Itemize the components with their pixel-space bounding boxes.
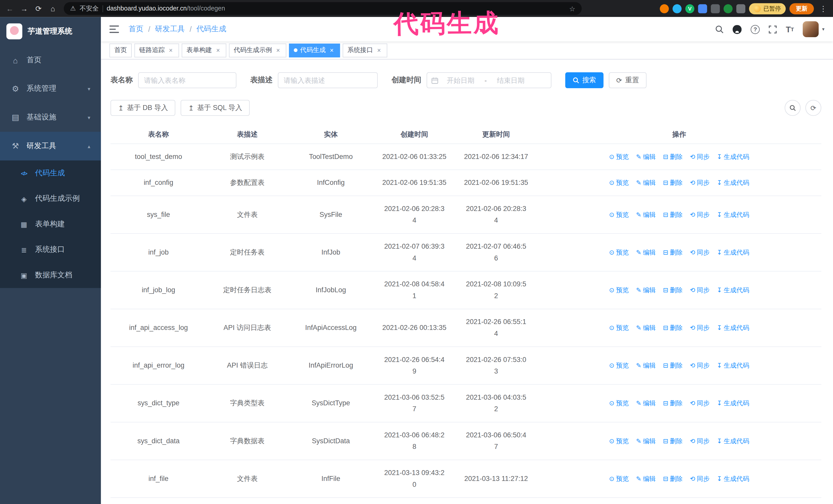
table-desc-input[interactable] [278,72,378,88]
extension-icon[interactable] [672,4,682,13]
edit-link[interactable]: ✎编辑 [636,322,656,334]
import-sql-button[interactable]: ↥ 基于 SQL 导入 [181,100,249,116]
generate-code-link[interactable]: ↧生成代码 [717,360,749,371]
profile-sync-paused-chip[interactable]: 已暂停 [749,3,786,14]
tab-codegen-example[interactable]: 代码生成示例 × [229,43,286,57]
delete-link[interactable]: ⊟删除 [663,151,683,163]
preview-link[interactable]: ⊙预览 [609,284,629,296]
browser-update-button[interactable]: 更新 [789,3,814,14]
edit-link[interactable]: ✎编辑 [636,209,656,221]
forward-icon[interactable]: → [19,4,30,13]
sidebar-item-codegen-example[interactable]: ◈ 代码生成示例 [0,186,101,211]
generate-code-link[interactable]: ↧生成代码 [717,322,749,334]
delete-link[interactable]: ⊟删除 [663,177,683,189]
extension-icon[interactable] [660,4,669,13]
sync-link[interactable]: ⟲同步 [690,284,710,296]
sidebar-item-codegen[interactable]: </> 代码生成 [0,161,101,186]
start-date-input[interactable] [439,76,482,84]
app-logo[interactable]: 芋道管理系统 [0,17,101,46]
preview-link[interactable]: ⊙预览 [609,435,629,447]
edit-link[interactable]: ✎编辑 [636,360,656,371]
preview-link[interactable]: ⊙预览 [609,398,629,409]
sidebar-item-api[interactable]: ≣ 系统接口 [0,237,101,262]
generate-code-link[interactable]: ↧生成代码 [717,209,749,221]
tab-close-icon[interactable]: × [215,47,221,54]
extension-icon[interactable] [723,4,733,13]
sidebar-item-home[interactable]: ⌂ 首页 [0,46,101,74]
extension-icon[interactable] [698,4,707,13]
delete-link[interactable]: ⊟删除 [663,209,683,221]
fullscreen-icon[interactable] [769,25,777,33]
browser-menu-icon[interactable]: ⋮ [818,4,829,13]
delete-link[interactable]: ⊟删除 [663,284,683,296]
sync-link[interactable]: ⟲同步 [690,209,710,221]
hamburger-icon[interactable] [110,25,119,33]
delete-link[interactable]: ⊟删除 [663,435,683,447]
sync-link[interactable]: ⟲同步 [690,247,710,258]
generate-code-link[interactable]: ↧生成代码 [717,473,749,485]
search-icon[interactable] [715,25,723,33]
tab-close-icon[interactable]: × [328,47,335,54]
preview-link[interactable]: ⊙预览 [609,209,629,221]
search-button[interactable]: 搜索 [565,72,603,88]
generate-code-link[interactable]: ↧生成代码 [717,398,749,409]
help-icon[interactable]: ? [751,25,760,33]
edit-link[interactable]: ✎编辑 [636,247,656,258]
sync-link[interactable]: ⟲同步 [690,398,710,409]
breadcrumb-home[interactable]: 首页 [129,24,144,34]
reload-icon[interactable]: ⟳ [33,4,44,13]
tab-codegen[interactable]: 代码生成 × [289,43,340,57]
sync-link[interactable]: ⟲同步 [690,435,710,447]
tab-close-icon[interactable]: × [376,47,382,54]
edit-link[interactable]: ✎编辑 [636,435,656,447]
sidebar-item-form-builder[interactable]: ▦ 表单构建 [0,212,101,237]
generate-code-link[interactable]: ↧生成代码 [717,151,749,163]
preview-link[interactable]: ⊙预览 [609,473,629,485]
generate-code-link[interactable]: ↧生成代码 [717,284,749,296]
sync-link[interactable]: ⟲同步 [690,177,710,189]
date-range-picker[interactable]: - [427,72,551,88]
delete-link[interactable]: ⊟删除 [663,473,683,485]
tab-tracing[interactable]: 链路追踪 × [134,43,179,57]
edit-link[interactable]: ✎编辑 [636,284,656,296]
edit-link[interactable]: ✎编辑 [636,151,656,163]
delete-link[interactable]: ⊟删除 [663,360,683,371]
tab-api[interactable]: 系统接口 × [343,43,387,57]
sidebar-item-system[interactable]: ⚙ 系统管理 ▾ [0,74,101,103]
sync-link[interactable]: ⟲同步 [690,473,710,485]
toggle-search-button[interactable] [785,100,801,116]
address-bar[interactable]: ⚠ 不安全 dashboard.yudao.iocoder.cn/tool/co… [64,2,582,15]
breadcrumb-devtools[interactable]: 研发工具 [155,24,185,34]
preview-link[interactable]: ⊙预览 [609,360,629,371]
end-date-input[interactable] [490,76,532,84]
security-warning-icon[interactable]: ⚠ [70,5,76,12]
font-size-icon[interactable]: TT [786,25,794,33]
generate-code-link[interactable]: ↧生成代码 [717,177,749,189]
delete-link[interactable]: ⊟删除 [663,322,683,334]
preview-link[interactable]: ⊙预览 [609,177,629,189]
sidebar-item-db-doc[interactable]: ▣ 数据库文档 [0,263,101,288]
preview-link[interactable]: ⊙预览 [609,322,629,334]
delete-link[interactable]: ⊟删除 [663,247,683,258]
generate-code-link[interactable]: ↧生成代码 [717,247,749,258]
import-db-button[interactable]: ↥ 基于 DB 导入 [111,100,175,116]
bookmark-star-icon[interactable]: ☆ [569,5,575,13]
user-menu[interactable]: ▾ [803,21,825,37]
github-icon[interactable] [733,25,742,33]
sync-link[interactable]: ⟲同步 [690,360,710,371]
delete-link[interactable]: ⊟删除 [663,398,683,409]
browser-home-icon[interactable]: ⌂ [47,4,58,13]
tab-close-icon[interactable]: × [275,47,282,54]
edit-link[interactable]: ✎编辑 [636,177,656,189]
sync-link[interactable]: ⟲同步 [690,151,710,163]
preview-link[interactable]: ⊙预览 [609,151,629,163]
edit-link[interactable]: ✎编辑 [636,398,656,409]
refresh-table-button[interactable]: ⟳ [805,100,821,116]
extension-icon[interactable]: V [685,4,694,13]
table-name-input[interactable] [138,72,236,88]
preview-link[interactable]: ⊙预览 [609,247,629,258]
tab-close-icon[interactable]: × [167,47,174,54]
reset-button[interactable]: ⟳ 重置 [609,72,646,88]
sync-link[interactable]: ⟲同步 [690,322,710,334]
sidebar-item-infra[interactable]: ▤ 基础设施 ▾ [0,103,101,132]
